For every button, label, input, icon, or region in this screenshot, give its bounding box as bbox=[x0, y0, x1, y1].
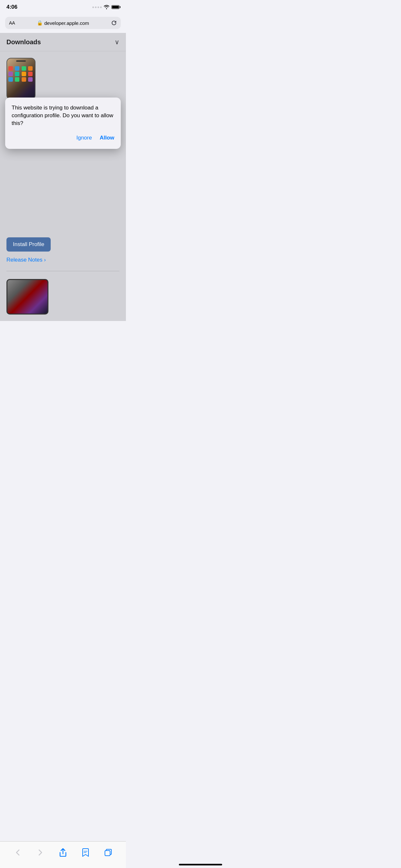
reload-icon[interactable] bbox=[111, 20, 117, 26]
allow-button[interactable]: Allow bbox=[100, 133, 114, 143]
dialog-buttons: Ignore Allow bbox=[11, 133, 114, 143]
config-profile-dialog: This website is trying to download a con… bbox=[5, 97, 121, 149]
iphone-image-container bbox=[6, 58, 120, 100]
status-time: 4:06 bbox=[6, 4, 18, 10]
install-profile-button[interactable]: Install Profile bbox=[6, 237, 51, 252]
signal-dots-icon bbox=[92, 6, 102, 8]
page-content: Downloads ∨ bbox=[0, 33, 126, 321]
downloads-header[interactable]: Downloads ∨ bbox=[0, 33, 126, 51]
below-dialog-content: Install Profile Release Notes › bbox=[0, 231, 126, 321]
section-divider bbox=[6, 271, 120, 271]
address-bar-container: AA 🔒 developer.apple.com bbox=[0, 14, 126, 33]
wifi-icon bbox=[104, 5, 110, 9]
ipad-image bbox=[6, 279, 49, 314]
aa-button[interactable]: AA bbox=[9, 20, 15, 26]
release-notes-link[interactable]: Release Notes › bbox=[6, 257, 120, 263]
status-bar: 4:06 bbox=[0, 0, 126, 14]
dialog-message: This website is trying to download a con… bbox=[11, 104, 114, 127]
status-icons bbox=[92, 5, 120, 9]
url-display[interactable]: 🔒 developer.apple.com bbox=[37, 20, 89, 26]
chevron-down-icon[interactable]: ∨ bbox=[115, 38, 120, 46]
ignore-button[interactable]: Ignore bbox=[76, 133, 92, 143]
downloads-title: Downloads bbox=[6, 38, 41, 46]
battery-icon bbox=[112, 5, 120, 9]
lock-icon: 🔒 bbox=[37, 20, 43, 26]
iphone-image bbox=[6, 58, 35, 100]
address-bar[interactable]: AA 🔒 developer.apple.com bbox=[5, 17, 121, 29]
ipad-image-container bbox=[6, 279, 120, 314]
